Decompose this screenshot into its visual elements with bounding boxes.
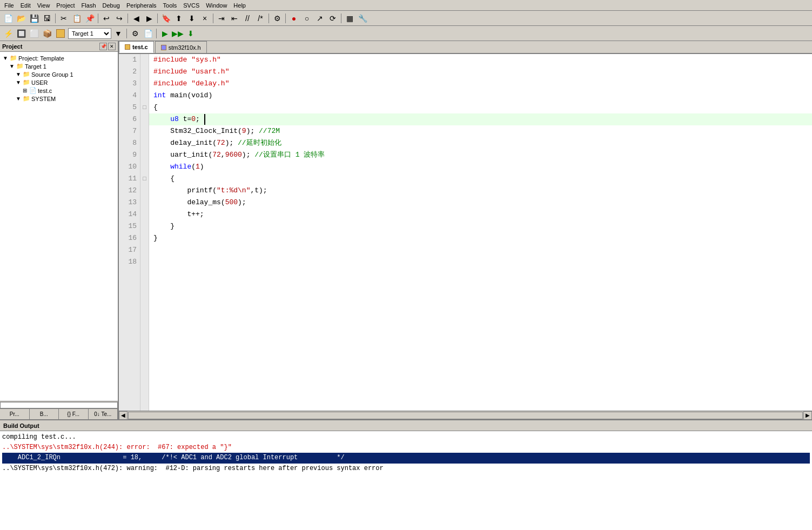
tree-item-user[interactable]: ▼ 📁 USER	[0, 78, 118, 86]
hscroll-right-btn[interactable]: ▶	[803, 411, 812, 420]
tab-testc-icon	[125, 44, 130, 50]
peri4-btn[interactable]: 📦	[41, 28, 53, 39]
kw-u8: u8	[170, 114, 179, 125]
panel-close-btn[interactable]: ✕	[108, 43, 116, 50]
build-btn[interactable]: ▶	[159, 28, 171, 39]
menu-bar: File Edit View Project Flash Debug Perip…	[0, 0, 812, 11]
comment-btn[interactable]: //	[241, 12, 253, 24]
menu-debug[interactable]: Debug	[99, 1, 123, 10]
outdent-btn[interactable]: ⇤	[229, 12, 240, 24]
project-panel-title: Project	[2, 43, 22, 50]
menu-tools[interactable]: Tools	[160, 1, 180, 10]
config-btn[interactable]: 🔧	[357, 12, 368, 24]
uncomment-btn[interactable]: /*	[254, 12, 266, 24]
run-btn[interactable]: ○	[301, 12, 313, 24]
nav-fwd-btn[interactable]: ▶	[143, 12, 155, 24]
panel-tab-te[interactable]: 0↓ Te...	[89, 409, 118, 419]
project-scrollbar[interactable]	[0, 401, 118, 408]
bookmark-btn[interactable]: 🔖	[160, 12, 172, 24]
expand-icon-user: ▼	[15, 79, 22, 86]
editor-area: test.c stm32f10x.h 1 2 3 4 5 6 7 8 9 10 …	[119, 41, 812, 419]
stop-btn[interactable]: ●	[288, 12, 300, 24]
menu-peripherals[interactable]: Peripherals	[123, 1, 160, 10]
manage-btn[interactable]: ⚙	[129, 28, 141, 39]
code-line-13: delay_ms( 500 );	[149, 197, 812, 209]
menu-view[interactable]: View	[34, 1, 53, 10]
open-btn[interactable]: 📂	[15, 12, 27, 24]
tree-item-target[interactable]: ▼ 📁 Target 1	[0, 62, 118, 70]
build-line-0: compiling test.c...	[2, 432, 810, 442]
save-all-btn[interactable]: 🖫	[41, 12, 53, 24]
tree-label-user: USER	[31, 79, 48, 86]
menu-help[interactable]: Help	[230, 1, 249, 10]
hscroll-track[interactable]	[128, 412, 803, 419]
tree-label-testc: test.c	[38, 88, 52, 94]
clear-bookmarks-btn[interactable]: ×	[199, 12, 211, 24]
translate-btn[interactable]: 📄	[142, 28, 154, 39]
menu-window[interactable]: Window	[203, 1, 230, 10]
prev-bookmark-btn[interactable]: ⬆	[173, 12, 185, 24]
new-file-btn[interactable]: 📄	[2, 12, 14, 24]
num-9600: 9600	[225, 150, 242, 160]
code-line-11: {	[149, 173, 812, 185]
target-options-btn[interactable]: ▼	[112, 28, 124, 39]
hscroll-left-btn[interactable]: ◀	[119, 411, 127, 420]
peri1-btn[interactable]: ⚡	[2, 28, 14, 39]
indent-btn[interactable]: ⇥	[216, 12, 227, 24]
menu-flash[interactable]: Flash	[78, 1, 99, 10]
nav-back-btn[interactable]: ◀	[130, 12, 142, 24]
menu-project[interactable]: Project	[53, 1, 78, 10]
menu-edit[interactable]: Edit	[17, 1, 34, 10]
download-btn[interactable]: ⬇	[185, 28, 197, 39]
panel-pin-btn[interactable]: 📌	[99, 43, 107, 50]
save-btn[interactable]: 💾	[28, 12, 40, 24]
build-line-2[interactable]: ADC1_2_IRQn = 18, /*!< ADC1 and ADC2 glo…	[2, 453, 810, 463]
editor-hscroll[interactable]: ◀ ▶	[119, 411, 812, 419]
menu-file[interactable]: File	[1, 1, 17, 10]
tree-item-source-group[interactable]: ▼ 📁 Source Group 1	[0, 70, 118, 78]
panel-tab-pr[interactable]: Pr...	[0, 409, 30, 419]
num-1: 1	[196, 162, 200, 172]
build-output-content[interactable]: compiling test.c... ..\SYSTEM\sys\stm32f…	[0, 431, 812, 530]
build-all-btn[interactable]: ⚙	[271, 12, 283, 24]
comment-uart: //设置串口 1 波特率	[254, 150, 325, 160]
peri3-btn[interactable]: ⬜	[28, 28, 40, 39]
tab-stm32h[interactable]: stm32f10x.h	[155, 41, 207, 53]
expand-icon-system: ▼	[15, 96, 22, 102]
undo-btn[interactable]: ↩	[100, 12, 112, 24]
sep5	[213, 14, 213, 23]
paste-btn[interactable]: 📌	[84, 12, 96, 24]
kw-include-3: #include	[153, 78, 187, 89]
target-select[interactable]: Target 1	[68, 28, 111, 39]
code-line-4: int main(void)	[149, 90, 812, 102]
menu-svcs[interactable]: SVCS	[180, 1, 203, 10]
code-lines[interactable]: #include "sys.h" #include "usart.h" #inc…	[149, 54, 812, 411]
tab-testc[interactable]: test.c	[119, 41, 154, 53]
panel-tab-b[interactable]: B...	[30, 409, 59, 419]
peri2-btn[interactable]: 🔲	[15, 28, 27, 39]
tree-item-testc[interactable]: ⊞ 📄 test.c	[0, 86, 118, 95]
view-btn[interactable]: ▦	[344, 12, 355, 24]
code-line-12: printf( "t:%d\n" ,t);	[149, 185, 812, 197]
reset-btn[interactable]: ⟳	[327, 12, 339, 24]
tree-item-system[interactable]: ▼ 📁 SYSTEM	[0, 95, 118, 103]
sep2	[98, 14, 98, 23]
sep3	[127, 14, 128, 23]
logo-icon	[56, 29, 65, 38]
next-bookmark-btn[interactable]: ⬇	[186, 12, 198, 24]
code-line-6: u8 t= 0 ;	[149, 113, 812, 125]
project-folder-icon: 📁	[10, 55, 17, 62]
code-line-18	[149, 256, 812, 268]
code-container[interactable]: 1 2 3 4 5 6 7 8 9 10 11 12 13 14 15 16 1…	[119, 54, 812, 411]
copy-btn[interactable]: 📋	[71, 12, 83, 24]
num-0: 0	[191, 114, 196, 125]
redo-btn[interactable]: ↪	[113, 12, 125, 24]
panel-tab-f[interactable]: {} F...	[59, 409, 89, 419]
build-output-header: Build Output	[0, 420, 812, 431]
project-hscroll-track[interactable]	[0, 402, 118, 408]
line-numbers: 1 2 3 4 5 6 7 8 9 10 11 12 13 14 15 16 1…	[119, 54, 140, 411]
cut-btn[interactable]: ✂	[58, 12, 70, 24]
tree-item-project[interactable]: ▼ 📁 Project: Template	[0, 54, 118, 62]
step-btn[interactable]: ↗	[314, 12, 326, 24]
rebuild-btn[interactable]: ▶▶	[172, 28, 184, 39]
